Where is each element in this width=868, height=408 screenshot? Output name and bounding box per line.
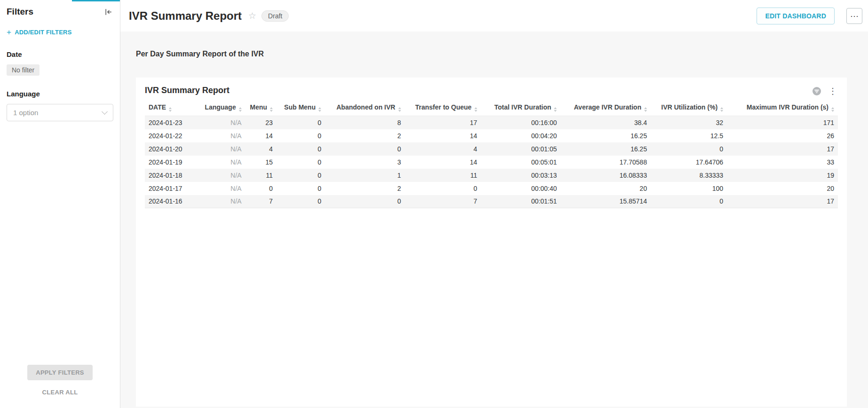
column-header[interactable]: Language: [200, 101, 245, 116]
add-edit-filters-button[interactable]: + ADD/EDIT FILTERS: [7, 28, 113, 36]
table-cell: 0: [276, 182, 325, 195]
dashboard-body: Per Day Summary Report of the IVR IVR Su…: [120, 31, 868, 408]
table-cell: 7: [245, 195, 276, 208]
table-cell: 14: [405, 156, 481, 169]
table-row: 2024-01-17N/A002000:00:402010020: [145, 182, 838, 195]
table-cell: 2024-01-20: [145, 142, 200, 156]
table-cell: 0: [276, 169, 325, 182]
sort-icon: [720, 107, 723, 112]
table-cell: 17.64706: [651, 156, 727, 169]
filter-indicator-icon[interactable]: [812, 86, 821, 96]
table-cell: 3: [325, 156, 405, 169]
chart-card-header: IVR Summary Report ⋮: [145, 86, 838, 96]
filter-label-language: Language: [7, 90, 113, 98]
table-row: 2024-01-16N/A700700:01:5115.85714017: [145, 195, 838, 208]
language-select-value: 1 option: [13, 109, 38, 117]
main-area: IVR Summary Report ☆ Draft EDIT DASHBOAR…: [120, 0, 868, 408]
table-cell: 11: [245, 169, 276, 182]
sidebar-header: Filters: [7, 7, 113, 17]
column-header-label: IVR Utilization (%): [661, 103, 718, 111]
kebab-menu-icon[interactable]: ⋮: [828, 87, 838, 95]
table-row: 2024-01-23N/A23081700:16:0038.432171: [145, 116, 838, 129]
plus-icon: +: [7, 28, 11, 36]
sidebar-footer: APPLY FILTERS CLEAR ALL: [7, 365, 113, 400]
clear-all-button[interactable]: CLEAR ALL: [42, 389, 78, 396]
column-header[interactable]: Maximum IVR Duration (s): [727, 101, 838, 116]
table-cell: N/A: [200, 142, 245, 156]
table-cell: 2024-01-16: [145, 195, 200, 208]
column-header-label: Language: [205, 103, 236, 111]
table-cell: 171: [727, 116, 838, 129]
sort-icon: [270, 107, 273, 112]
table-body: 2024-01-23N/A23081700:16:0038.4321712024…: [145, 116, 838, 208]
table-cell: 26: [727, 129, 838, 142]
table-cell: 2024-01-19: [145, 156, 200, 169]
column-header[interactable]: IVR Utilization (%): [651, 101, 727, 116]
table-cell: 20: [560, 182, 651, 195]
table-cell: N/A: [200, 156, 245, 169]
table-cell: 14: [405, 129, 481, 142]
table-cell: 14: [245, 129, 276, 142]
edit-dashboard-button[interactable]: EDIT DASHBOARD: [757, 8, 835, 24]
table-cell: 32: [651, 116, 727, 129]
page-title: IVR Summary Report: [129, 9, 242, 23]
table-cell: 17: [727, 195, 838, 208]
table-cell: 2024-01-23: [145, 116, 200, 129]
more-actions-button[interactable]: …: [846, 8, 862, 24]
table-cell: 2: [325, 129, 405, 142]
table-cell: 00:03:13: [481, 169, 561, 182]
column-header-label: Average IVR Duration: [574, 103, 641, 111]
date-filter-section: Date No filter: [7, 50, 113, 76]
column-header[interactable]: Transfer to Queue: [405, 101, 481, 116]
collapse-filters-icon[interactable]: [103, 7, 113, 17]
status-badge: Draft: [261, 10, 289, 22]
sort-icon: [398, 107, 401, 112]
table-cell: 0: [405, 182, 481, 195]
table-header-row: DATELanguageMenuSub MenuAbandoned on IVR…: [145, 101, 838, 116]
ivr-summary-table: DATELanguageMenuSub MenuAbandoned on IVR…: [145, 101, 838, 208]
table-cell: 8.33333: [651, 169, 727, 182]
table-cell: 0: [651, 142, 727, 156]
sort-icon: [831, 107, 834, 112]
table-cell: 4: [405, 142, 481, 156]
date-filter-chip[interactable]: No filter: [7, 64, 39, 76]
table-cell: 12.5: [651, 129, 727, 142]
table-cell: 2: [325, 182, 405, 195]
table-cell: 19: [727, 169, 838, 182]
table-cell: 20: [727, 182, 838, 195]
sort-icon: [474, 107, 477, 112]
favorite-star-icon[interactable]: ☆: [248, 11, 256, 20]
table-cell: 16.25: [560, 142, 651, 156]
table-cell: 00:04:20: [481, 129, 561, 142]
table-cell: 1: [325, 169, 405, 182]
column-header-label: DATE: [149, 103, 166, 111]
table-cell: 100: [651, 182, 727, 195]
column-header-label: Transfer to Queue: [415, 103, 472, 111]
table-cell: 0: [651, 195, 727, 208]
chart-card-icons: ⋮: [812, 86, 838, 96]
column-header[interactable]: Menu: [245, 101, 276, 116]
column-header[interactable]: Total IVR Duration: [481, 101, 561, 116]
column-header[interactable]: Sub Menu: [276, 101, 325, 116]
column-header[interactable]: DATE: [145, 101, 200, 116]
table-row: 2024-01-19N/A15031400:05:0117.7058817.64…: [145, 156, 838, 169]
table-row: 2024-01-18N/A11011100:03:1316.083338.333…: [145, 169, 838, 182]
table-cell: 16.25: [560, 129, 651, 142]
header-actions: EDIT DASHBOARD …: [757, 8, 862, 24]
filters-title: Filters: [7, 7, 33, 17]
language-select[interactable]: 1 option: [7, 104, 113, 121]
table-row: 2024-01-22N/A14021400:04:2016.2512.526: [145, 129, 838, 142]
apply-filters-button[interactable]: APPLY FILTERS: [27, 365, 93, 380]
table-cell: 00:05:01: [481, 156, 561, 169]
table-cell: 0: [276, 142, 325, 156]
column-header-label: Sub Menu: [284, 103, 316, 111]
app-root: Filters + ADD/EDIT FILTERS Date No filte…: [0, 0, 868, 408]
table-cell: 7: [405, 195, 481, 208]
column-header[interactable]: Abandoned on IVR: [325, 101, 405, 116]
table-cell: N/A: [200, 116, 245, 129]
table-cell: 17: [727, 142, 838, 156]
chevron-down-icon: [102, 109, 108, 115]
table-cell: 0: [276, 156, 325, 169]
table-cell: N/A: [200, 182, 245, 195]
column-header[interactable]: Average IVR Duration: [560, 101, 651, 116]
